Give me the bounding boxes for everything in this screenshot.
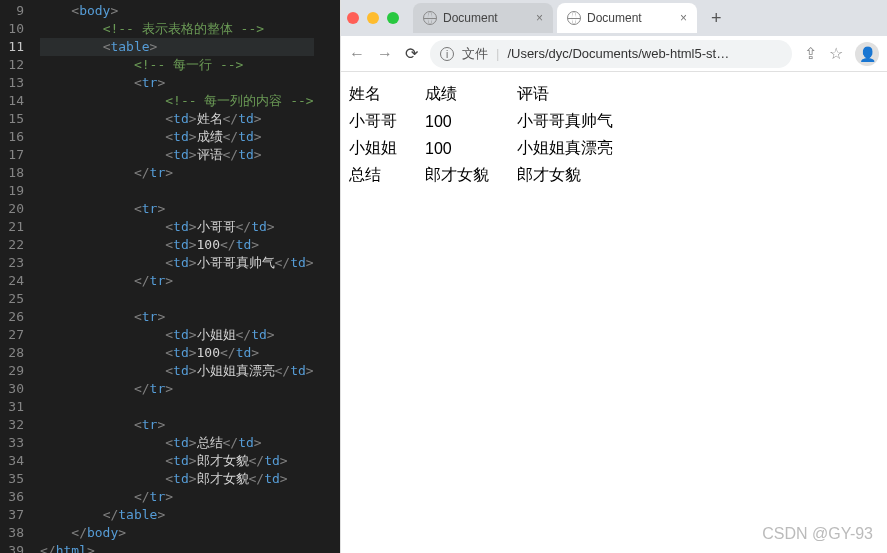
close-window-icon[interactable] — [347, 12, 359, 24]
url-path: /Users/dyc/Documents/web-html5-st… — [507, 46, 729, 61]
browser-tab[interactable]: Document× — [413, 3, 553, 33]
table-cell: 郎才女貌 — [517, 163, 619, 190]
bookmark-icon[interactable]: ☆ — [829, 44, 843, 63]
table-cell: 小哥哥真帅气 — [517, 109, 619, 136]
table-cell: 100 — [425, 136, 517, 163]
url-scheme: 文件 — [462, 45, 488, 63]
table-cell: 郎才女貌 — [425, 163, 517, 190]
tab-globe-icon — [567, 11, 581, 25]
close-tab-icon[interactable]: × — [536, 11, 543, 25]
table-row: 总结郎才女貌郎才女貌 — [349, 163, 619, 190]
maximize-window-icon[interactable] — [387, 12, 399, 24]
address-bar[interactable]: i 文件 | /Users/dyc/Documents/web-html5-st… — [430, 40, 792, 68]
table-cell: 总结 — [349, 163, 425, 190]
close-tab-icon[interactable]: × — [680, 11, 687, 25]
window-controls — [347, 12, 413, 24]
table-cell: 姓名 — [349, 82, 425, 109]
table-row: 小姐姐100小姐姐真漂亮 — [349, 136, 619, 163]
page-content: 姓名成绩评语小哥哥100小哥哥真帅气小姐姐100小姐姐真漂亮总结郎才女貌郎才女貌 — [341, 72, 887, 553]
code-area[interactable]: <body> <!-- 表示表格的整体 --> <table> <!-- 每一行… — [34, 0, 314, 553]
content-table: 姓名成绩评语小哥哥100小哥哥真帅气小姐姐100小姐姐真漂亮总结郎才女貌郎才女貌 — [349, 82, 619, 190]
browser-tab[interactable]: Document× — [557, 3, 697, 33]
forward-icon[interactable]: → — [377, 45, 393, 63]
table-cell: 小姐姐 — [349, 136, 425, 163]
new-tab-button[interactable]: + — [701, 8, 732, 29]
minimize-window-icon[interactable] — [367, 12, 379, 24]
reload-icon[interactable]: ⟳ — [405, 44, 418, 63]
table-cell: 100 — [425, 109, 517, 136]
table-cell: 成绩 — [425, 82, 517, 109]
browser-window: Document×Document× + ← → ⟳ i 文件 | /Users… — [340, 0, 887, 553]
back-icon[interactable]: ← — [349, 45, 365, 63]
site-info-icon[interactable]: i — [440, 47, 454, 61]
table-row: 小哥哥100小哥哥真帅气 — [349, 109, 619, 136]
url-separator: | — [496, 46, 499, 61]
tab-globe-icon — [423, 11, 437, 25]
table-cell: 评语 — [517, 82, 619, 109]
tab-label: Document — [443, 11, 536, 25]
share-icon[interactable]: ⇪ — [804, 44, 817, 63]
tab-label: Document — [587, 11, 680, 25]
line-gutter: 9101112131415161718192021222324252627282… — [0, 0, 34, 553]
tab-bar: Document×Document× + — [341, 0, 887, 36]
table-cell: 小姐姐真漂亮 — [517, 136, 619, 163]
browser-toolbar: ← → ⟳ i 文件 | /Users/dyc/Documents/web-ht… — [341, 36, 887, 72]
tabs-container: Document×Document× — [413, 3, 701, 33]
profile-avatar[interactable]: 👤 — [855, 42, 879, 66]
table-cell: 小哥哥 — [349, 109, 425, 136]
table-row: 姓名成绩评语 — [349, 82, 619, 109]
code-editor[interactable]: 9101112131415161718192021222324252627282… — [0, 0, 340, 553]
